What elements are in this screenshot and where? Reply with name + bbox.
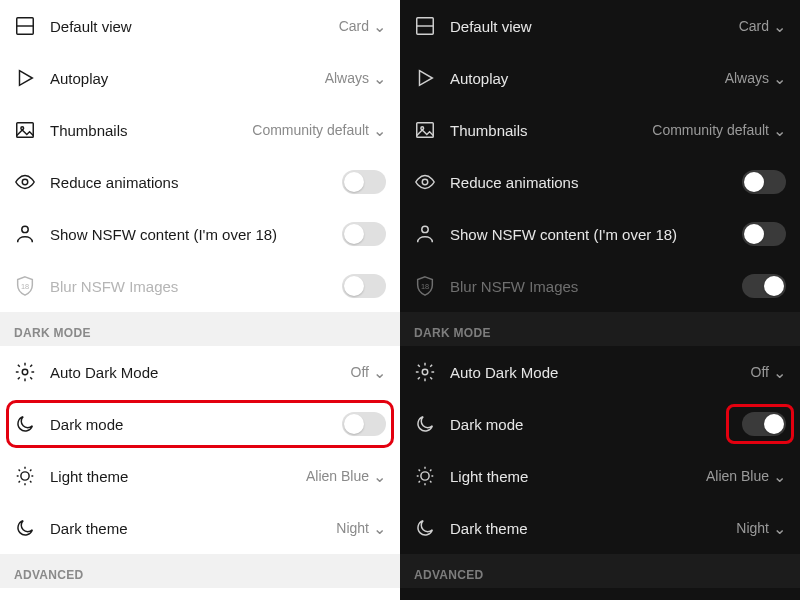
row-label: Thumbnails xyxy=(50,122,238,139)
shield-18-icon: 18 xyxy=(414,275,436,297)
svg-text:18: 18 xyxy=(21,282,29,291)
row-label: Show NSFW content (I'm over 18) xyxy=(450,226,728,243)
row-thumbnails[interactable]: Thumbnails Community default⌄ xyxy=(0,104,400,156)
settings-panel-light: Default view Card⌄ Autoplay Always⌄ Thum… xyxy=(0,0,400,600)
svg-point-9 xyxy=(21,472,29,480)
chevron-down-icon: ⌄ xyxy=(773,519,786,538)
svg-marker-12 xyxy=(420,71,433,86)
row-auto-dark-mode[interactable]: Auto Dark Mode Off⌄ xyxy=(0,346,400,398)
chevron-down-icon: ⌄ xyxy=(373,17,386,36)
row-value: Card⌄ xyxy=(739,17,786,36)
eye-icon xyxy=(14,171,36,193)
toggle-reduce-animations[interactable] xyxy=(742,170,786,194)
svg-point-6 xyxy=(22,226,28,232)
row-autoplay[interactable]: Autoplay Always⌄ xyxy=(400,52,800,104)
chevron-down-icon: ⌄ xyxy=(773,363,786,382)
svg-point-8 xyxy=(22,369,28,375)
toggle-dark-mode[interactable] xyxy=(742,412,786,436)
play-icon xyxy=(14,67,36,89)
sun-outline-icon xyxy=(14,465,36,487)
chevron-down-icon: ⌄ xyxy=(373,121,386,140)
row-label: Default view xyxy=(450,18,725,35)
row-label: Default view xyxy=(50,18,325,35)
toggle-reduce-animations[interactable] xyxy=(342,170,386,194)
row-thumbnails[interactable]: Thumbnails Community default⌄ xyxy=(400,104,800,156)
row-label: Dark theme xyxy=(450,520,722,537)
row-label: Auto Dark Mode xyxy=(450,364,737,381)
section-header-advanced: ADVANCED xyxy=(0,554,400,588)
row-label: Thumbnails xyxy=(450,122,638,139)
svg-point-19 xyxy=(421,472,429,480)
toggle-show-nsfw[interactable] xyxy=(342,222,386,246)
row-label: Dark mode xyxy=(50,416,328,433)
row-value: Community default⌄ xyxy=(652,121,786,140)
settings-panel-dark: Default view Card⌄ Autoplay Always⌄ Thum… xyxy=(400,0,800,600)
play-icon xyxy=(414,67,436,89)
row-blur-nsfw: 18 Blur NSFW Images xyxy=(0,260,400,312)
row-blur-nsfw: 18 Blur NSFW Images xyxy=(400,260,800,312)
row-label: Light theme xyxy=(50,468,292,485)
row-label: Reduce animations xyxy=(50,174,328,191)
section-header-dark-mode: DARK MODE xyxy=(0,312,400,346)
row-label: Light theme xyxy=(450,468,692,485)
chevron-down-icon: ⌄ xyxy=(773,17,786,36)
row-value: Alien Blue⌄ xyxy=(706,467,786,486)
row-value: Always⌄ xyxy=(325,69,386,88)
moon-icon xyxy=(14,517,36,539)
person-icon xyxy=(14,223,36,245)
sun-outline-icon xyxy=(414,465,436,487)
svg-marker-2 xyxy=(20,71,33,86)
row-reduce-animations[interactable]: Reduce animations xyxy=(0,156,400,208)
row-label: Dark mode xyxy=(450,416,728,433)
chevron-down-icon: ⌄ xyxy=(373,467,386,486)
moon-icon xyxy=(14,413,36,435)
row-show-nsfw[interactable]: Show NSFW content (I'm over 18) xyxy=(400,208,800,260)
moon-icon xyxy=(414,517,436,539)
row-value: Community default⌄ xyxy=(252,121,386,140)
row-light-theme[interactable]: Light theme Alien Blue⌄ xyxy=(0,450,400,502)
row-show-nsfw[interactable]: Show NSFW content (I'm over 18) xyxy=(0,208,400,260)
row-value: Night⌄ xyxy=(336,519,386,538)
image-icon xyxy=(14,119,36,141)
row-reduce-animations[interactable]: Reduce animations xyxy=(400,156,800,208)
row-value: Off⌄ xyxy=(351,363,386,382)
grid-icon xyxy=(414,15,436,37)
chevron-down-icon: ⌄ xyxy=(773,121,786,140)
chevron-down-icon: ⌄ xyxy=(373,69,386,88)
shield-18-icon: 18 xyxy=(14,275,36,297)
row-label: Autoplay xyxy=(450,70,711,87)
toggle-show-nsfw[interactable] xyxy=(742,222,786,246)
person-icon xyxy=(414,223,436,245)
row-value: Always⌄ xyxy=(725,69,786,88)
svg-text:18: 18 xyxy=(421,282,429,291)
toggle-dark-mode[interactable] xyxy=(342,412,386,436)
row-dark-mode[interactable]: Dark mode xyxy=(0,398,400,450)
row-value: Alien Blue⌄ xyxy=(306,467,386,486)
chevron-down-icon: ⌄ xyxy=(373,363,386,382)
gear-icon xyxy=(414,361,436,383)
chevron-down-icon: ⌄ xyxy=(773,69,786,88)
section-header-advanced: ADVANCED xyxy=(400,554,800,588)
row-autoplay[interactable]: Autoplay Always⌄ xyxy=(0,52,400,104)
row-dark-mode[interactable]: Dark mode xyxy=(400,398,800,450)
svg-rect-13 xyxy=(417,123,434,138)
row-light-theme[interactable]: Light theme Alien Blue⌄ xyxy=(400,450,800,502)
row-label: Blur NSFW Images xyxy=(450,278,728,295)
row-label: Reduce animations xyxy=(450,174,728,191)
row-label: Show NSFW content (I'm over 18) xyxy=(50,226,328,243)
eye-icon xyxy=(414,171,436,193)
row-label: Autoplay xyxy=(50,70,311,87)
svg-point-18 xyxy=(422,369,428,375)
row-value: Off⌄ xyxy=(751,363,786,382)
toggle-blur-nsfw xyxy=(742,274,786,298)
row-label: Dark theme xyxy=(50,520,322,537)
row-label: Auto Dark Mode xyxy=(50,364,337,381)
row-dark-theme[interactable]: Dark theme Night⌄ xyxy=(0,502,400,554)
row-value: Card⌄ xyxy=(339,17,386,36)
row-dark-theme[interactable]: Dark theme Night⌄ xyxy=(400,502,800,554)
row-default-view[interactable]: Default view Card⌄ xyxy=(400,0,800,52)
toggle-blur-nsfw xyxy=(342,274,386,298)
row-default-view[interactable]: Default view Card⌄ xyxy=(0,0,400,52)
grid-icon xyxy=(14,15,36,37)
row-auto-dark-mode[interactable]: Auto Dark Mode Off⌄ xyxy=(400,346,800,398)
